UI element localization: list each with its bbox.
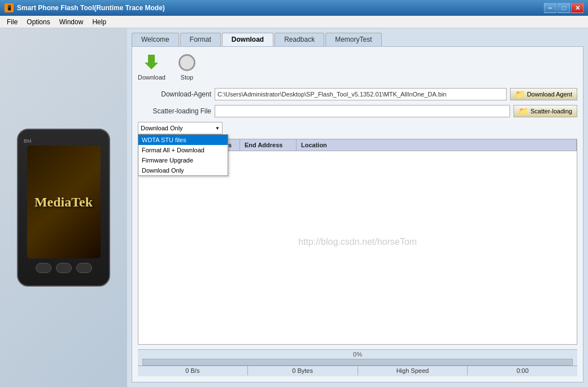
status-cells: 0 B/s 0 Bytes High Speed 0:00 bbox=[138, 366, 577, 375]
folder-icon-scatter: 📁 bbox=[519, 107, 528, 116]
tab-readback[interactable]: Readback bbox=[275, 33, 324, 46]
tab-welcome[interactable]: Welcome bbox=[132, 33, 179, 46]
status-speed: 0 B/s bbox=[138, 366, 248, 375]
maximize-button[interactable]: □ bbox=[557, 3, 570, 13]
close-button[interactable]: ✕ bbox=[571, 3, 583, 13]
phone-screen-bg: MediaTek bbox=[27, 146, 101, 258]
tab-memorytest[interactable]: MemoryTest bbox=[325, 33, 381, 46]
scatter-button[interactable]: 📁 Scatter-loading bbox=[513, 105, 577, 117]
stop-icon bbox=[177, 52, 197, 73]
tab-download[interactable]: Download bbox=[222, 33, 273, 46]
phone-screen-text: MediaTek bbox=[34, 195, 93, 210]
title-bar: 📱 Smart Phone Flash Tool(Runtime Trace M… bbox=[0, 0, 588, 16]
dropdown-wrapper: Download Only ▼ WDTA STU files Format Al… bbox=[138, 122, 223, 134]
dropdown-select[interactable]: Download Only ▼ bbox=[138, 122, 223, 134]
scatter-input[interactable] bbox=[215, 105, 510, 117]
main-area: BM MediaTek Welcome Format Download Read… bbox=[0, 28, 588, 387]
dropdown-option-2[interactable]: Firmware Upgrade bbox=[138, 155, 228, 165]
dropdown-arrow-icon: ▼ bbox=[215, 126, 220, 131]
phone-btn-left bbox=[36, 263, 51, 273]
col-end: End Address bbox=[240, 139, 297, 151]
download-label: Download bbox=[138, 74, 165, 81]
dropdown-row: Download Only ▼ WDTA STU files Format Al… bbox=[138, 122, 577, 134]
menu-bar: File Options Window Help bbox=[0, 16, 588, 28]
folder-icon-da: 📁 bbox=[515, 90, 525, 99]
table-watermark: http://blog.csdn.net/horseTom bbox=[298, 237, 417, 247]
content-panel: Welcome Format Download Readback MemoryT… bbox=[127, 28, 588, 387]
menu-help[interactable]: Help bbox=[88, 16, 111, 28]
download-agent-btn-label: Download Agent bbox=[527, 91, 572, 98]
download-agent-row: Download-Agent 📁 Download Agent bbox=[138, 88, 577, 100]
app-icon: 📱 bbox=[5, 3, 14, 12]
scatter-label: Scatter-loading File bbox=[138, 107, 211, 115]
status-bar: 0% 0 B/s 0 Bytes High Speed 0:00 bbox=[138, 349, 577, 376]
download-button[interactable]: Download bbox=[138, 52, 165, 81]
dropdown-option-0[interactable]: WDTA STU files bbox=[138, 135, 228, 145]
status-bytes: 0 Bytes bbox=[248, 366, 358, 375]
phone-buttons bbox=[36, 263, 92, 273]
download-agent-input[interactable] bbox=[215, 88, 507, 100]
col-location: Location bbox=[297, 139, 577, 151]
dropdown-current-value: Download Only bbox=[141, 125, 215, 131]
status-mode: High Speed bbox=[358, 366, 468, 375]
progress-bar-container bbox=[142, 359, 573, 366]
menu-window[interactable]: Window bbox=[55, 16, 88, 28]
phone-btn-right bbox=[76, 263, 92, 273]
phone-device: BM MediaTek bbox=[17, 129, 110, 287]
download-icon bbox=[141, 52, 162, 73]
progress-label: 0% bbox=[138, 351, 577, 358]
phone-panel: BM MediaTek bbox=[0, 28, 127, 387]
stop-button[interactable]: Stop bbox=[177, 52, 197, 81]
phone-screen: MediaTek bbox=[27, 146, 101, 258]
tabs-container: Welcome Format Download Readback MemoryT… bbox=[132, 33, 583, 46]
dropdown-option-1[interactable]: Format All + Download bbox=[138, 145, 228, 155]
menu-file[interactable]: File bbox=[2, 16, 22, 28]
svg-marker-1 bbox=[145, 63, 158, 69]
stop-label: Stop bbox=[181, 74, 194, 81]
scatter-btn-label: Scatter-loading bbox=[530, 108, 572, 115]
status-time: 0:00 bbox=[468, 366, 577, 375]
svg-rect-0 bbox=[148, 55, 155, 63]
menu-options[interactable]: Options bbox=[22, 16, 54, 28]
minimize-button[interactable]: − bbox=[544, 3, 556, 13]
dropdown-menu: WDTA STU files Format All + Download Fir… bbox=[138, 134, 228, 176]
tab-format[interactable]: Format bbox=[180, 33, 221, 46]
phone-btn-center bbox=[56, 263, 72, 273]
download-agent-label: Download-Agent bbox=[138, 90, 211, 98]
window-controls: − □ ✕ bbox=[544, 3, 583, 13]
content-box: Download Stop Download-Agent 📁 Download … bbox=[132, 46, 583, 382]
dropdown-option-3[interactable]: Download Only bbox=[138, 165, 228, 175]
download-agent-button[interactable]: 📁 Download Agent bbox=[510, 88, 577, 100]
phone-brand-label: BM bbox=[24, 138, 32, 144]
toolbar-row: Download Stop bbox=[138, 52, 577, 83]
window-title: Smart Phone Flash Tool(Runtime Trace Mod… bbox=[17, 4, 544, 12]
scatter-loading-row: Scatter-loading File 📁 Scatter-loading bbox=[138, 105, 577, 117]
